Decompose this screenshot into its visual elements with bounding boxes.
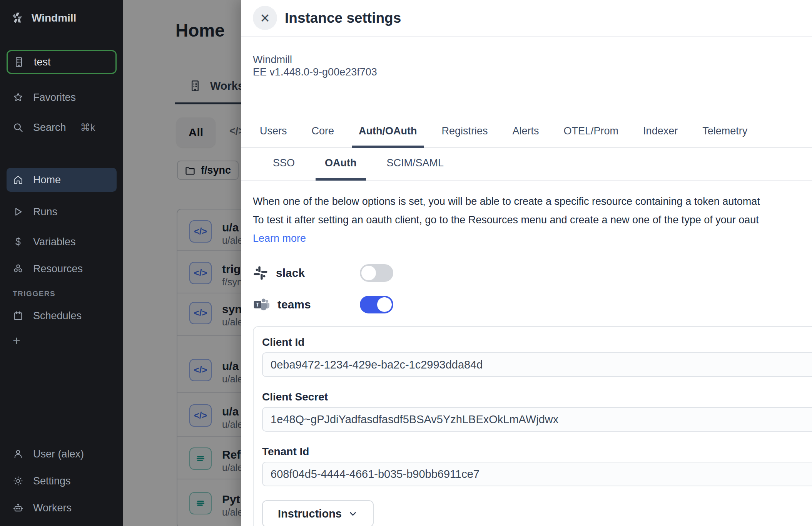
workspace-name: test <box>34 56 51 68</box>
sidebar-item-workers[interactable]: Workers <box>0 500 123 516</box>
sidebar-item-search[interactable]: Search ⌘k <box>0 119 123 136</box>
home-icon <box>13 174 23 185</box>
tab-registries[interactable]: Registries <box>435 125 495 147</box>
sidebar-add-button[interactable]: + <box>0 332 123 349</box>
slack-toggle[interactable] <box>360 264 393 282</box>
version-text: EE v1.448.0-9-g00e23f703 <box>253 66 812 78</box>
sidebar-item-schedules[interactable]: Schedules <box>0 305 123 327</box>
sidebar-item-runs[interactable]: Runs <box>0 201 123 223</box>
learn-more-link[interactable]: Learn more <box>253 229 306 248</box>
sidebar-item-settings[interactable]: Settings <box>0 473 123 489</box>
subtab-oauth[interactable]: OAuth <box>316 157 366 180</box>
client-id-label: Client Id <box>262 336 812 348</box>
sidebar-item-label: Resources <box>33 263 83 275</box>
toggle-knob <box>377 297 392 312</box>
tab-telemetry[interactable]: Telemetry <box>695 125 754 147</box>
client-secret-label: Client Secret <box>262 391 812 403</box>
sidebar-item-variables[interactable]: Variables <box>0 231 123 253</box>
integration-name: slack <box>276 266 305 280</box>
toggle-knob <box>361 266 376 280</box>
sidebar-item-label: Runs <box>33 206 57 218</box>
oauth-integrations: slack T teams <box>253 263 812 315</box>
instructions-button[interactable]: Instructions <box>262 500 374 526</box>
sidebar: Windmill test Favorites Search ⌘k Home R… <box>0 0 123 526</box>
robot-icon <box>13 503 23 513</box>
subtab-scim-saml[interactable]: SCIM/SAML <box>378 157 453 180</box>
teams-oauth-form: Client Id Client Secret Tenant Id Instru… <box>253 326 812 526</box>
slack-icon <box>253 265 268 281</box>
svg-text:T: T <box>256 302 259 308</box>
chevron-down-icon <box>348 509 358 519</box>
integration-name: teams <box>277 298 311 311</box>
play-icon <box>13 206 23 217</box>
search-icon <box>13 122 23 133</box>
auth-subtabs: SSO OAuth SCIM/SAML <box>241 157 812 181</box>
star-icon <box>13 92 23 103</box>
client-id-input[interactable] <box>262 352 812 377</box>
oauth-description: When one of the below options is set, yo… <box>253 192 812 248</box>
dollar-icon <box>13 236 23 247</box>
tab-auth-oauth[interactable]: Auth/OAuth <box>352 125 424 147</box>
cubes-icon <box>13 263 23 274</box>
close-icon: × <box>260 10 270 26</box>
tab-core[interactable]: Core <box>305 125 341 147</box>
windmill-app: Windmill test Favorites Search ⌘k Home R… <box>0 0 812 526</box>
plus-icon: + <box>13 333 20 348</box>
tab-otel-prom[interactable]: OTEL/Prom <box>557 125 626 147</box>
description-line-1: When one of the below options is set, yo… <box>253 192 812 211</box>
sidebar-item-label: Settings <box>33 475 71 487</box>
description-line-2: To test it after setting an oauth client… <box>253 211 812 229</box>
gear-icon <box>13 476 23 486</box>
drawer-header: × Instance settings <box>241 0 812 37</box>
windmill-logo-icon <box>11 11 24 25</box>
teams-toggle[interactable] <box>360 296 393 313</box>
integration-row-slack: slack <box>253 263 393 283</box>
brand-row: Windmill <box>0 0 123 36</box>
settings-tabs: Users Core Auth/OAuth Registries Alerts … <box>241 125 812 148</box>
drawer-title: Instance settings <box>285 10 401 26</box>
sidebar-item-favorites[interactable]: Favorites <box>0 89 123 106</box>
triggers-section-heading: TRIGGERS <box>13 290 123 298</box>
tab-users[interactable]: Users <box>253 125 294 147</box>
client-secret-input[interactable] <box>262 407 812 432</box>
tenant-id-input[interactable] <box>262 462 812 486</box>
subtab-sso[interactable]: SSO <box>264 157 304 180</box>
tab-indexer[interactable]: Indexer <box>636 125 685 147</box>
sidebar-item-label: Home <box>33 174 61 186</box>
sidebar-item-label: Variables <box>33 236 76 248</box>
tab-alerts[interactable]: Alerts <box>506 125 546 147</box>
search-shortcut: ⌘k <box>80 122 95 134</box>
sidebar-item-label: Search <box>33 122 66 134</box>
user-icon <box>13 449 23 459</box>
integration-row-teams: T teams <box>253 295 393 315</box>
sidebar-item-label: Favorites <box>33 92 76 104</box>
sidebar-item-label: Workers <box>33 502 72 514</box>
sidebar-item-user[interactable]: User (alex) <box>0 446 123 462</box>
close-button[interactable]: × <box>253 6 277 30</box>
instance-settings-drawer: × Instance settings Windmill EE v1.448.0… <box>241 0 812 526</box>
app-name: Windmill <box>253 54 812 66</box>
teams-icon: T <box>253 296 270 313</box>
brand-name: Windmill <box>32 12 76 24</box>
sidebar-bottom-section: User (alex) Settings Workers <box>0 431 123 526</box>
building-icon <box>13 56 25 68</box>
sidebar-item-label: Schedules <box>33 310 82 322</box>
calendar-icon <box>13 310 23 321</box>
tenant-id-label: Tenant Id <box>262 446 812 458</box>
sidebar-item-label: User (alex) <box>33 448 84 460</box>
workspace-switcher-button[interactable]: test <box>7 50 117 74</box>
instance-meta: Windmill EE v1.448.0-9-g00e23f703 <box>253 54 812 78</box>
sidebar-item-home[interactable]: Home <box>7 168 117 192</box>
instructions-label: Instructions <box>278 508 342 520</box>
sidebar-item-resources[interactable]: Resources <box>0 258 123 280</box>
